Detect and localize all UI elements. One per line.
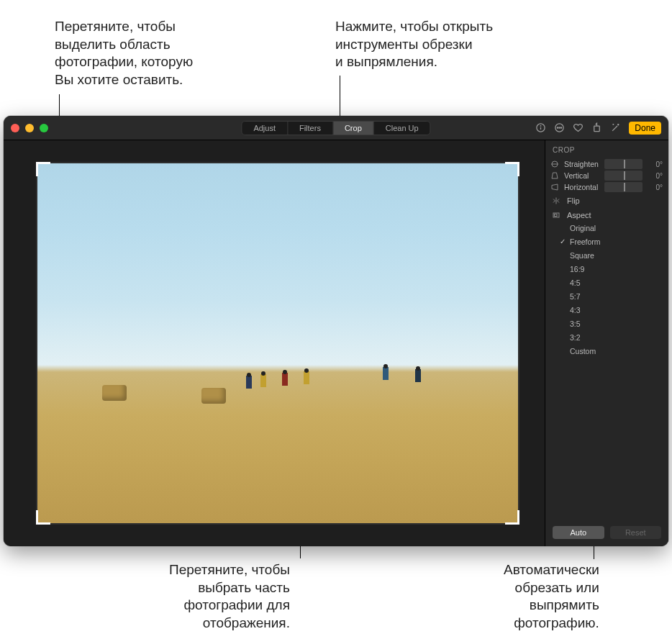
tab-filters[interactable]: Filters	[288, 122, 333, 135]
titlebar-right-controls: Done	[535, 122, 661, 135]
aspect-original[interactable]: Original	[570, 223, 668, 233]
aspect-square[interactable]: Square	[570, 250, 668, 260]
window-controls	[11, 124, 48, 132]
auto-button[interactable]: Auto	[553, 526, 604, 539]
close-window-button[interactable]	[11, 124, 19, 132]
editor-body: CROP Straighten 0° Vertical 0° Horizonta…	[4, 140, 668, 546]
horizontal-label: Horizontal	[564, 183, 600, 191]
callout-auto-button: Автоматически обрезать или выпрямить фот…	[504, 561, 599, 633]
flip-label: Flip	[567, 196, 580, 205]
crop-panel-title: CROP	[545, 140, 668, 158]
crop-handle-bottom-left[interactable]	[36, 510, 50, 525]
svg-point-2	[541, 126, 542, 127]
photo-content	[383, 367, 389, 380]
horizontal-slider[interactable]	[604, 182, 643, 192]
photo-content	[102, 385, 127, 401]
info-icon[interactable]	[535, 122, 546, 133]
crop-handle-top-right[interactable]	[505, 162, 519, 176]
photo-content	[415, 369, 421, 382]
reset-button: Reset	[610, 526, 662, 539]
svg-rect-7	[594, 126, 600, 132]
horizontal-perspective-icon	[550, 183, 560, 191]
straighten-label: Straighten	[564, 160, 600, 168]
straighten-slider[interactable]	[604, 159, 643, 169]
straighten-icon	[550, 160, 560, 168]
svg-point-5	[559, 127, 560, 128]
aspect-5-7[interactable]: 5:7	[570, 291, 668, 302]
rotate-icon[interactable]	[591, 122, 602, 133]
crop-handle-top-left[interactable]	[36, 162, 50, 176]
vertical-perspective-icon	[550, 171, 560, 180]
photo-content	[304, 371, 309, 384]
aspect-icon	[551, 211, 561, 219]
callout-crop-handle: Перетяните, чтобы выделить область фотог…	[55, 18, 193, 89]
vertical-label: Vertical	[564, 171, 600, 180]
svg-rect-11	[555, 214, 558, 217]
photo-content	[282, 373, 288, 386]
horizontal-slider-row: Horizontal 0°	[545, 181, 668, 193]
aspect-label: Aspect	[567, 211, 591, 219]
photo-content	[201, 388, 226, 404]
enhance-icon[interactable]	[610, 122, 621, 133]
tab-cleanup[interactable]: Clean Up	[374, 122, 430, 135]
crop-area[interactable]	[37, 163, 518, 523]
callout-crop-tab: Нажмите, чтобы открыть инструменты обрез…	[335, 18, 493, 71]
aspect-3-2[interactable]: 3:2	[570, 332, 668, 343]
svg-point-6	[561, 127, 562, 128]
callout-line	[340, 76, 340, 120]
flip-icon	[551, 196, 561, 205]
titlebar: Adjust Filters Crop Clean Up Done	[4, 116, 668, 140]
favorite-icon[interactable]	[573, 122, 584, 133]
aspect-16-9[interactable]: 16:9	[570, 264, 668, 274]
aspect-row[interactable]: Aspect	[545, 207, 668, 222]
svg-point-4	[558, 127, 558, 128]
crop-sidebar: CROP Straighten 0° Vertical 0° Horizonta…	[545, 140, 668, 546]
aspect-freeform[interactable]: Freeform	[570, 237, 668, 247]
zoom-window-button[interactable]	[40, 124, 48, 132]
aspect-4-3[interactable]: 4:3	[570, 305, 668, 315]
aspect-custom[interactable]: Custom	[570, 346, 668, 356]
flip-row[interactable]: Flip	[545, 193, 668, 207]
photo-canvas	[4, 140, 545, 546]
tab-adjust[interactable]: Adjust	[242, 122, 288, 135]
vertical-value: 0°	[647, 172, 663, 180]
edit-mode-tabs: Adjust Filters Crop Clean Up	[241, 121, 430, 135]
minimize-window-button[interactable]	[25, 124, 34, 132]
aspect-3-5[interactable]: 3:5	[570, 319, 668, 329]
crop-handle-bottom-right[interactable]	[505, 510, 519, 525]
aspect-options: Original Freeform Square 16:9 4:5 5:7 4:…	[545, 222, 668, 361]
straighten-slider-row: Straighten 0°	[545, 158, 668, 170]
vertical-slider-row: Vertical 0°	[545, 170, 668, 181]
photo-content	[246, 376, 252, 389]
aspect-4-5[interactable]: 4:5	[570, 278, 668, 288]
photo-content	[260, 374, 266, 387]
straighten-value: 0°	[647, 160, 663, 168]
more-icon[interactable]	[554, 122, 565, 133]
horizontal-value: 0°	[647, 183, 663, 191]
done-button[interactable]: Done	[629, 122, 661, 135]
app-window: Adjust Filters Crop Clean Up Done	[4, 116, 668, 546]
crop-sidebar-footer: Auto Reset	[545, 519, 668, 546]
tab-crop[interactable]: Crop	[333, 122, 374, 135]
vertical-slider[interactable]	[604, 171, 643, 181]
callout-drag-area: Перетяните, чтобы выбрать часть фотограф…	[169, 561, 290, 633]
